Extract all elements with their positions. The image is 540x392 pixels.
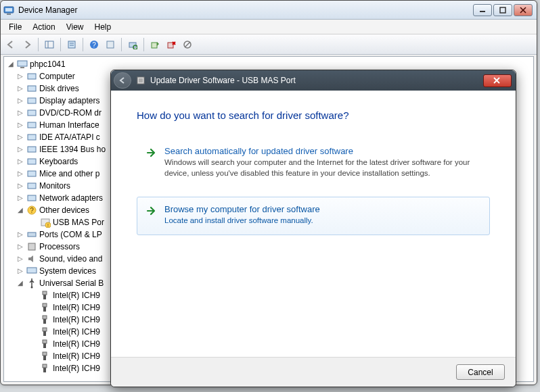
expand-icon[interactable]: ▷ [16,241,24,253]
collapse-icon[interactable]: ◢ [16,204,24,216]
expand-icon[interactable]: ▷ [16,253,24,265]
tree-node-label: DVD/CD-ROM dr [39,107,102,119]
tree-node-label: Other devices [39,204,89,216]
tree-node-label: Processors [39,241,80,253]
tree-node-label: Universal Serial B [39,277,104,289]
usb-connector-icon [40,326,51,337]
arrow-right-icon [145,205,156,216]
usb-connector-icon [40,339,51,349]
maximize-button[interactable] [493,4,512,16]
svg-rect-31 [28,147,36,152]
wizard-titlebar[interactable]: Update Driver Software - USB MAS Port [111,70,516,91]
tree-node-label: Intel(R) ICH9 [53,338,100,350]
svg-rect-7 [45,41,53,48]
svg-rect-51 [43,328,47,331]
tree-node-label: Computer [39,70,75,82]
tree-node-label: Display adapters [39,95,99,107]
collapse-icon[interactable]: ◢ [16,277,24,289]
expand-icon[interactable]: ▷ [16,192,24,204]
svg-rect-23 [18,61,27,66]
expand-icon[interactable]: ▷ [16,119,24,131]
svg-rect-17 [152,43,157,48]
help-icon[interactable]: ? [87,37,102,52]
svg-rect-54 [43,343,46,348]
processor-icon [26,241,37,252]
system-icon [26,266,37,276]
uninstall-icon[interactable] [164,37,179,52]
expand-icon[interactable]: ▷ [16,70,24,82]
svg-rect-14 [107,41,114,48]
collapse-icon[interactable]: ◢ [7,58,15,70]
option-title: Browse my computer for driver software [164,204,480,214]
expand-icon[interactable]: ▷ [16,82,24,95]
update-driver-icon[interactable] [148,37,162,52]
sound-icon [26,253,37,264]
svg-rect-24 [20,67,24,68]
svg-rect-2 [7,14,11,15]
tree-node-label: System devices [39,265,96,277]
tree-node-label: Human Interface [39,119,99,131]
disable-icon[interactable] [180,37,195,52]
tree-root[interactable]: ◢ phpc1041 [7,58,533,70]
expand-icon[interactable]: ▷ [16,143,24,155]
nav-forward-icon[interactable] [20,37,35,52]
show-hide-tree-icon[interactable] [42,37,57,52]
dm-title: Device Manager [18,5,473,15]
svg-rect-47 [43,303,47,307]
scan-hardware-icon[interactable] [125,37,140,52]
svg-rect-1 [5,8,12,11]
properties-icon[interactable] [64,37,79,52]
svg-text:?: ? [30,207,34,214]
menu-file[interactable]: File [3,21,27,33]
svg-rect-45 [43,291,47,295]
dm-titlebar[interactable]: Device Manager [1,1,537,20]
wizard-back-button[interactable] [114,72,131,89]
option-search-automatically[interactable]: Search automatically for updated driver … [137,139,490,187]
action-icon[interactable] [103,37,118,52]
device-icon [26,71,37,82]
svg-rect-48 [43,307,46,312]
svg-rect-55 [43,352,47,356]
expand-icon[interactable]: ▷ [16,155,24,168]
svg-rect-4 [500,7,505,13]
menu-view[interactable]: View [61,21,89,33]
menu-action[interactable]: Action [27,21,60,33]
svg-rect-18 [168,43,173,48]
expand-icon[interactable]: ▷ [16,168,24,180]
svg-point-44 [31,287,33,289]
usb-connector-icon [40,302,51,313]
option-browse-computer[interactable]: Browse my computer for driver software L… [137,197,490,235]
wizard-footer: Cancel [111,357,516,387]
expand-icon[interactable]: ▷ [16,180,24,192]
nav-back-icon[interactable] [3,37,18,52]
expand-icon[interactable]: ▷ [16,228,24,241]
svg-rect-32 [28,159,36,164]
device-icon [26,168,37,179]
device-icon [26,132,37,143]
svg-rect-34 [28,183,36,189]
menu-help[interactable]: Help [89,21,117,33]
device-icon [26,144,37,155]
expand-icon[interactable]: ▷ [16,95,24,107]
expand-icon[interactable]: ▷ [16,131,24,143]
usb-connector-icon [40,351,51,362]
tree-node-label: Intel(R) ICH9 [53,289,100,301]
tree-node-label: IEEE 1394 Bus ho [39,143,106,155]
svg-rect-57 [43,364,47,368]
tree-node-label: Mice and other p [39,168,99,180]
close-button[interactable] [514,4,533,16]
device-icon [26,95,37,106]
usb-connector-icon [40,363,51,374]
usb-connector-icon [40,314,51,325]
svg-rect-27 [28,98,36,103]
svg-rect-29 [28,122,36,128]
svg-rect-60 [139,78,143,82]
expand-icon[interactable]: ▷ [16,107,24,119]
svg-rect-41 [28,232,36,237]
wizard-close-button[interactable] [483,74,512,87]
option-desc: Windows will search your computer and th… [164,157,480,178]
svg-line-22 [185,42,190,47]
cancel-button[interactable]: Cancel [456,364,505,380]
minimize-button[interactable] [473,4,492,16]
expand-icon[interactable]: ▷ [16,265,24,277]
